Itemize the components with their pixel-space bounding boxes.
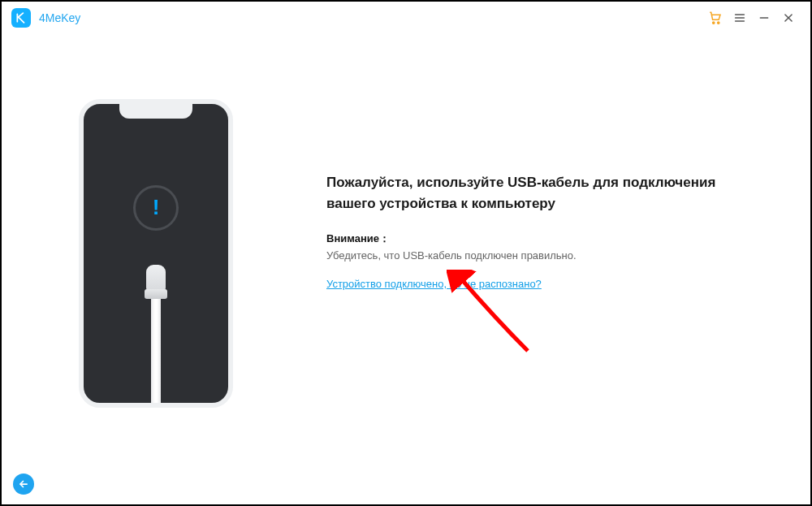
- device-illustration: !: [2, 34, 310, 472]
- help-link[interactable]: Устройство подключено, но не распознано?: [326, 278, 542, 290]
- cart-icon[interactable]: [703, 6, 728, 30]
- note-label: Внимание：: [326, 231, 762, 246]
- close-icon[interactable]: [776, 6, 801, 30]
- main-content: ! Пожалуйста, используйте USB-кабель для…: [2, 34, 810, 472]
- minimize-icon[interactable]: [752, 6, 776, 30]
- usb-connector-icon: [142, 265, 170, 314]
- alert-icon: !: [133, 185, 179, 231]
- app-logo-icon: [11, 8, 31, 28]
- back-button[interactable]: [13, 474, 34, 495]
- app-title: 4MeKey: [39, 11, 80, 24]
- svg-point-1: [718, 22, 719, 24]
- instruction-panel: Пожалуйста, используйте USB-кабель для п…: [310, 34, 810, 472]
- menu-icon[interactable]: [728, 6, 752, 30]
- note-text: Убедитесь, что USB-кабель подключен прав…: [326, 249, 762, 262]
- phone-notch: [119, 104, 192, 119]
- titlebar: 4MeKey: [2, 2, 810, 34]
- instruction-heading: Пожалуйста, используйте USB-кабель для п…: [326, 172, 762, 214]
- phone-frame: !: [79, 99, 233, 408]
- svg-point-0: [713, 22, 715, 24]
